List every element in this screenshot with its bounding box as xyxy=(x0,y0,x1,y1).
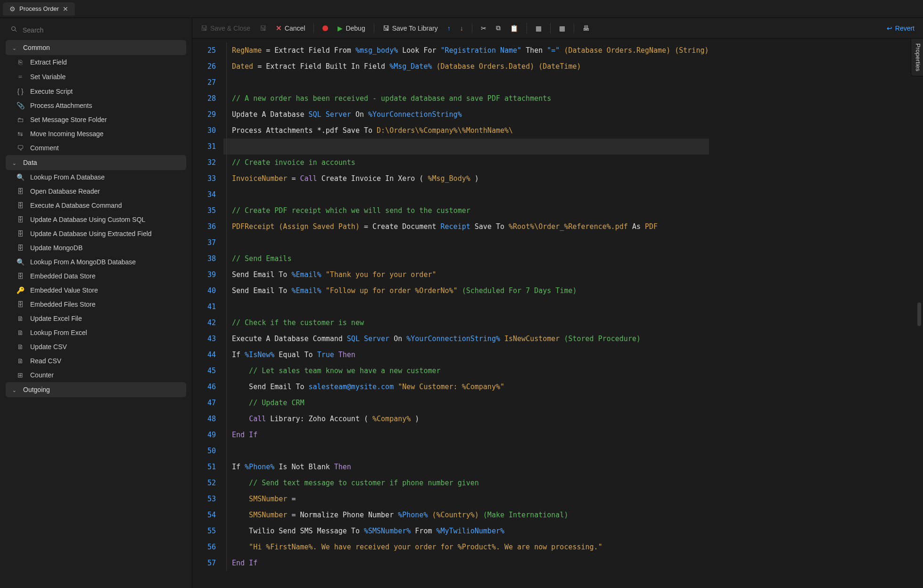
cut-button[interactable]: ✂ xyxy=(477,23,490,34)
code-line[interactable]: // Send Emails xyxy=(223,251,709,267)
code-line[interactable]: // Update CRM xyxy=(223,395,709,411)
code-line[interactable]: End If xyxy=(223,427,709,443)
code-line[interactable]: Send Email To %Email% "Thank you for you… xyxy=(223,267,709,283)
sidebar-item[interactable]: ⎘Extract Field xyxy=(6,55,186,69)
code-line[interactable]: If %IsNew% Equal To True Then xyxy=(223,347,709,363)
revert-button[interactable]: ↩ Revert xyxy=(883,23,918,34)
sidebar-item[interactable]: 🗄Embedded Data Store xyxy=(6,269,186,283)
sidebar-item[interactable]: 🗀Set Message Store Folder xyxy=(6,113,186,127)
tab-bar: ⚙ Process Order ✕ xyxy=(0,0,923,18)
record-button[interactable] xyxy=(319,24,332,33)
code-line[interactable]: Dated = Extract Field Built In Field %Ms… xyxy=(223,58,709,74)
copy-button[interactable]: ⧉ xyxy=(492,22,504,34)
sidebar-item[interactable]: 🗎Update Excel File xyxy=(6,311,186,326)
code-line[interactable]: SMSNumber = Normalize Phone Number %Phon… xyxy=(223,507,709,523)
tool1-button[interactable]: ▦ xyxy=(532,23,545,34)
code-line[interactable]: // Check if the customer is new xyxy=(223,315,709,331)
debug-button[interactable]: ▶ Debug xyxy=(334,23,369,34)
sidebar-item-label: Lookup From A Database xyxy=(30,173,105,181)
code-line[interactable]: InvoiceNumber = Call Create Invoice In X… xyxy=(223,171,709,187)
code-line[interactable]: // Send text message to customer if phon… xyxy=(223,475,709,491)
sidebar-item-label: Set Variable xyxy=(30,73,66,81)
code-line[interactable]: Twilio Send SMS Message To %SMSNumber% F… xyxy=(223,523,709,539)
code-editor[interactable]: 2526272829303132333435363738394041424344… xyxy=(192,39,923,588)
sidebar-item[interactable]: 🗄Update MongoDB xyxy=(6,241,186,255)
paste-button[interactable]: 📋 xyxy=(506,23,522,34)
sidebar-item[interactable]: 🗎Update CSV xyxy=(6,340,186,354)
sidebar-item-label: Move Incoming Message xyxy=(30,130,104,138)
move-down-button[interactable]: ↓ xyxy=(456,23,467,34)
code-line[interactable]: "Hi %FirstName%. We have received your o… xyxy=(223,539,709,555)
sidebar-item[interactable]: ⊞Counter xyxy=(6,368,186,382)
close-icon[interactable]: ✕ xyxy=(63,5,68,13)
search-row[interactable] xyxy=(6,23,186,37)
copy-icon: ⧉ xyxy=(496,24,501,32)
move-icon: ⇆ xyxy=(16,130,25,138)
print-button[interactable]: 🖶 xyxy=(579,23,593,34)
database-icon: 🗄 xyxy=(16,244,25,252)
code-line[interactable]: // Create PDF receipt which we will send… xyxy=(223,203,709,219)
code-line[interactable] xyxy=(223,74,709,90)
toolbar: 🖫 Save & Close 🖫 ✕ Cancel ▶ Debug xyxy=(192,18,923,39)
scrollbar-thumb[interactable] xyxy=(917,302,921,326)
code-line[interactable] xyxy=(223,235,709,251)
code-line[interactable]: If %Phone% Is Not Blank Then xyxy=(223,459,709,475)
code-line[interactable] xyxy=(223,299,709,315)
tab-process-order[interactable]: ⚙ Process Order ✕ xyxy=(3,2,75,16)
code-line[interactable]: Send Email To salesteam@mysite.com "New … xyxy=(223,379,709,395)
paperclip-icon: 📎 xyxy=(16,102,25,109)
sidebar-item[interactable]: 🔍Lookup From A Database xyxy=(6,170,186,184)
key-icon: 🔑 xyxy=(16,286,25,294)
sidebar-item[interactable]: 🗄Open Database Reader xyxy=(6,184,186,198)
sidebar-item[interactable]: 🗨Comment xyxy=(6,141,186,155)
group-header-common[interactable]: ⌃Common xyxy=(6,40,186,55)
group-header-data[interactable]: ⌃Data xyxy=(6,155,186,170)
code-line[interactable]: PDFReceipt (Assign Saved Path) = Create … xyxy=(223,219,709,235)
sidebar-item-label: Extract Field xyxy=(30,58,67,66)
code-line[interactable]: // Create invoice in accounts xyxy=(223,155,709,171)
group-header-outgoing[interactable]: ⌃Outgoing xyxy=(6,382,186,397)
sidebar-item-label: Comment xyxy=(30,144,59,152)
debug-label: Debug xyxy=(346,24,365,32)
code-line[interactable]: Execute A Database Command SQL Server On… xyxy=(223,331,709,347)
sidebar-item[interactable]: 🗄Embedded Files Store xyxy=(6,297,186,311)
sidebar-item[interactable]: 🗄Update A Database Using Custom SQL xyxy=(6,212,186,227)
sidebar-item[interactable]: 🔍Lookup From A MongoDB Database xyxy=(6,255,186,269)
code-line[interactable]: Update A Database SQL Server On %YourCon… xyxy=(223,106,709,122)
save-library-button[interactable]: 🖫 Save To Library xyxy=(379,23,442,34)
code-line[interactable]: Send Email To %Email% "Follow up for ord… xyxy=(223,283,709,299)
equals-icon: ＝ xyxy=(16,73,25,81)
sidebar-item[interactable]: ⇆Move Incoming Message xyxy=(6,127,186,141)
code-line[interactable] xyxy=(223,187,709,203)
code-line[interactable]: RegName = Extract Field From %msg_body% … xyxy=(223,42,709,58)
cancel-button[interactable]: ✕ Cancel xyxy=(272,22,309,34)
save-close-button[interactable]: 🖫 Save & Close xyxy=(197,23,254,34)
code-line[interactable]: Call Library: Zoho Account ( %Company% ) xyxy=(223,411,709,427)
code-line[interactable]: // A new order has been received - updat… xyxy=(223,90,709,106)
sidebar-item[interactable]: ＝Set Variable xyxy=(6,69,186,84)
code-line[interactable] xyxy=(223,139,709,155)
code-line[interactable] xyxy=(223,443,709,459)
code-lines[interactable]: RegName = Extract Field From %msg_body% … xyxy=(222,39,709,588)
sidebar-item-label: Process Attachments xyxy=(30,102,92,109)
move-up-button[interactable]: ↑ xyxy=(444,23,454,34)
properties-tab[interactable]: Properties xyxy=(911,39,923,76)
code-line[interactable]: Process Attachments *.pdf Save To D:\Ord… xyxy=(223,122,709,139)
sidebar-item[interactable]: { }Execute Script xyxy=(6,84,186,98)
sidebar-item[interactable]: 🔑Embedded Value Store xyxy=(6,283,186,297)
folder-icon: 🗀 xyxy=(16,116,25,123)
group-label: Outgoing xyxy=(23,386,50,393)
sidebar-item[interactable]: 🗄Execute A Database Command xyxy=(6,198,186,212)
code-line[interactable]: End If xyxy=(223,555,709,571)
search-input[interactable] xyxy=(23,26,181,34)
code-line[interactable]: // Let sales team know we have a new cus… xyxy=(223,363,709,379)
sidebar-item[interactable]: 🗎Lookup From Excel xyxy=(6,326,186,340)
sidebar-item[interactable]: 📎Process Attachments xyxy=(6,98,186,113)
line-gutter: 2526272829303132333435363738394041424344… xyxy=(192,39,222,588)
database-icon: 🗄 xyxy=(16,272,25,280)
sidebar-item[interactable]: 🗄Update A Database Using Extracted Field xyxy=(6,227,186,241)
save-button[interactable]: 🖫 xyxy=(256,23,270,34)
tool2-button[interactable]: ▦ xyxy=(555,23,569,34)
sidebar-item[interactable]: 🗎Read CSV xyxy=(6,354,186,368)
code-line[interactable]: SMSNumber = xyxy=(223,491,709,507)
